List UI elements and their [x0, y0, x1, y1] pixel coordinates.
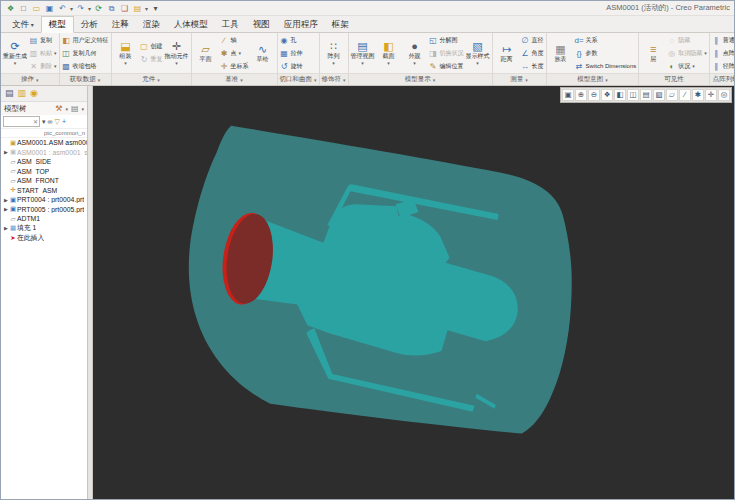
datum-point-button[interactable]: ✱点▾	[220, 47, 249, 59]
folder-browser-tab[interactable]: ▥	[18, 88, 27, 99]
angle-button[interactable]: ∠角度	[521, 47, 544, 59]
tree-item[interactable]: ▱ADTM1	[1, 214, 87, 224]
display-style-button[interactable]: ▧显示样式▾	[466, 34, 490, 72]
counterbore-pattern-button[interactable]: ∥点阵沉头孔▾	[712, 47, 734, 59]
drag-component-button[interactable]: ✛拖动元件▾	[165, 34, 189, 72]
regenerate-button[interactable]: ⟳重新生成▾	[3, 34, 27, 72]
tree-item[interactable]: ▶▣PRT0004 : prt0004.prt	[1, 195, 87, 205]
ribbon-group-label[interactable]: 操作▾	[1, 73, 59, 85]
redo-icon-dropdown[interactable]: ▾	[88, 5, 91, 12]
ribbon-group-label[interactable]: 元件▾	[112, 73, 191, 85]
repeat-button[interactable]: ↻重复	[140, 54, 163, 66]
folder-icon[interactable]: ▤	[132, 3, 143, 14]
group-dropdown-icon[interactable]: ▾	[433, 77, 436, 83]
assemble-button[interactable]: ⬓组装▾	[114, 34, 138, 72]
diameter-button[interactable]: ∅直径	[521, 34, 544, 46]
model-canvas[interactable]	[93, 86, 734, 499]
filter-icon[interactable]: ▽	[55, 118, 60, 126]
model-tree-tab[interactable]: ▤	[5, 88, 14, 99]
zoom-out-icon[interactable]: ⊖	[588, 89, 600, 101]
status-button[interactable]: ◐状况▾	[667, 60, 707, 72]
annotation-display-icon[interactable]: ◎	[718, 89, 730, 101]
new-file-icon[interactable]: □	[18, 3, 29, 14]
group-dropdown-icon[interactable]: ▾	[343, 77, 346, 83]
tree-show-icon[interactable]: ▤	[71, 104, 79, 113]
undo-icon[interactable]: ↶	[57, 3, 68, 14]
tree-item[interactable]: ▶▣ASM0001 : asm0001_skel00	[1, 148, 87, 158]
through-pattern-button[interactable]: ∥径阵贯穿孔▾	[712, 60, 734, 72]
tab-人体模型[interactable]: 人体模型	[167, 17, 215, 32]
redo-icon[interactable]: ↷	[75, 3, 86, 14]
group-dropdown-icon[interactable]: ▾	[605, 77, 608, 83]
pattern-button[interactable]: ∷阵列▾	[322, 34, 346, 72]
ribbon-group-label[interactable]: 切口和曲面▾	[278, 73, 319, 85]
search-input[interactable]: ✕	[3, 116, 40, 127]
group-dropdown-icon[interactable]: ▾	[240, 77, 243, 83]
tab-工具[interactable]: 工具	[215, 17, 246, 32]
edit-position-button[interactable]: ✎编辑位置	[429, 60, 464, 72]
save-icon[interactable]: ▣	[44, 3, 55, 14]
coordinate-system-button[interactable]: ✛坐标系	[220, 60, 249, 72]
appearance-button[interactable]: ●外观▾	[403, 34, 427, 72]
datum-plane-button[interactable]: ▱平面	[194, 34, 218, 72]
hide-button[interactable]: ◌隐藏	[667, 34, 707, 46]
sketch-button[interactable]: ∿草绘	[251, 34, 275, 72]
find-icon[interactable]: ∞	[48, 118, 53, 125]
datum-display-icon[interactable]: ▱	[666, 89, 678, 101]
tree-item[interactable]: ➤在此插入	[1, 233, 87, 243]
switch-dimensions-button[interactable]: ⇄Switch Dimensions	[575, 60, 637, 72]
threaded-hole-button[interactable]: ∥普通螺纹孔▾	[712, 34, 734, 46]
app-icon[interactable]: ❖	[5, 3, 16, 14]
undo-icon-dropdown[interactable]: ▾	[70, 5, 73, 12]
group-dropdown-icon[interactable]: ▾	[157, 77, 160, 83]
paste-button[interactable]: ▥粘贴▾	[29, 47, 57, 59]
extrude-button[interactable]: ▦拉伸	[280, 47, 303, 59]
explode-view-button[interactable]: ◱分解图	[429, 34, 464, 46]
tab-渲染[interactable]: 渲染	[136, 17, 167, 32]
mapkey-icon[interactable]: ⧉	[106, 3, 117, 14]
ribbon-group-label[interactable]: 获取数据▾	[60, 73, 111, 85]
axis-display-icon[interactable]: ∕	[679, 89, 691, 101]
display-style-icon[interactable]: ▧	[653, 89, 665, 101]
saved-orientations-icon[interactable]: ◫	[627, 89, 639, 101]
ribbon-group-label[interactable]: 模型意图▾	[547, 73, 639, 85]
tree-item[interactable]: ▱ASM_TOP	[1, 167, 87, 177]
ribbon-group-label[interactable]: 基准▾	[192, 73, 277, 85]
zoom-in-icon[interactable]: ⊕	[575, 89, 587, 101]
ribbon-group-label[interactable]: 修饰符▾	[320, 73, 348, 85]
distance-button[interactable]: ↦距离	[495, 34, 519, 72]
delete-button[interactable]: ✕删除▾	[29, 60, 57, 72]
refit-icon[interactable]: ▣	[562, 89, 574, 101]
copy-button[interactable]: ▤复制	[29, 34, 57, 46]
tab-框架[interactable]: 框架	[325, 17, 356, 32]
create-component-button[interactable]: ▢创建	[140, 41, 163, 53]
search-dropdown-icon[interactable]: ▾	[42, 118, 46, 126]
open-icon[interactable]: ▭	[31, 3, 42, 14]
customize-icon[interactable]: ▾	[150, 3, 161, 14]
length-button[interactable]: ↔长度	[521, 60, 544, 72]
parameters-button[interactable]: {}参数	[575, 47, 637, 59]
ribbon-group-label[interactable]: 测量▾	[493, 73, 546, 85]
relations-button[interactable]: d=关系	[575, 34, 637, 46]
tree-item[interactable]: ▣ASM0001.ASM asm0001.asm	[1, 138, 87, 148]
group-dropdown-icon[interactable]: ▾	[98, 77, 101, 83]
graphics-viewport[interactable]: ▣⊕⊖❖◧◫▤▧▱∕✱✛◎	[93, 86, 734, 499]
manage-views-button[interactable]: ▤管理视图▾	[351, 34, 375, 72]
group-dropdown-icon[interactable]: ▾	[525, 77, 528, 83]
revolve-button[interactable]: ↺旋转	[280, 60, 303, 72]
tab-模型[interactable]: 模型	[41, 16, 74, 33]
tab-注释[interactable]: 注释	[105, 17, 136, 32]
copy-geometry-button[interactable]: ◫复制几何	[62, 47, 109, 59]
shrinkwrap-button[interactable]: ▩收缩包络	[62, 60, 109, 72]
tree-item[interactable]: ✛START_ASM	[1, 186, 87, 196]
group-dropdown-icon[interactable]: ▾	[314, 77, 317, 83]
tree-settings-icon-dropdown[interactable]: ▾	[65, 106, 68, 112]
regenerate-quick-icon[interactable]: ⟳	[93, 3, 104, 14]
tab-视图[interactable]: 视图	[246, 17, 277, 32]
tree-show-icon-dropdown[interactable]: ▾	[81, 106, 84, 112]
section-button[interactable]: ◧截面▾	[377, 34, 401, 72]
hole-button[interactable]: ◉孔	[280, 34, 303, 46]
clear-search-icon[interactable]: ✕	[33, 118, 38, 125]
unhide-button[interactable]: ◎取消隐藏▾	[667, 47, 707, 59]
family-table-button[interactable]: ▦族表	[549, 34, 573, 72]
